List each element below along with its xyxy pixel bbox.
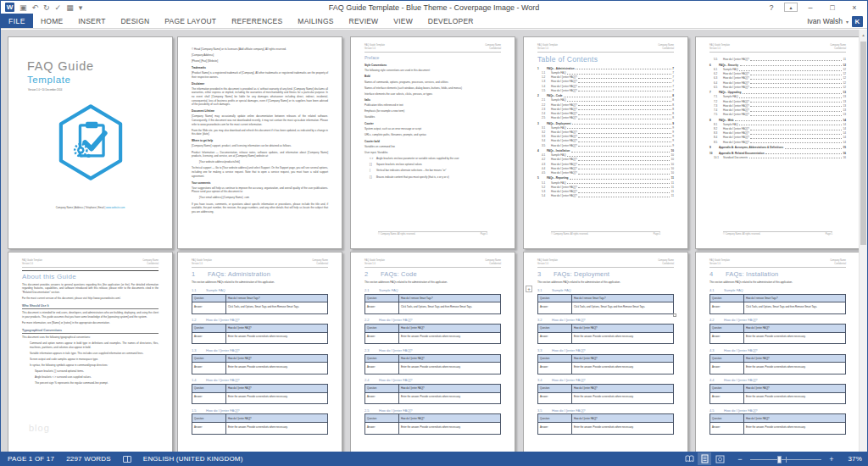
ribbon-tab[interactable]: INSERT — [70, 14, 113, 28]
question-answer-table[interactable]: Question How do I [enter FAQ]? Answer En… — [192, 324, 328, 344]
cover-website-link[interactable]: www.website.com — [106, 206, 125, 209]
toc-entry[interactable]: 1.3How do I [enter FAQ]?7 — [537, 80, 674, 83]
minimize-button[interactable]: – — [801, 2, 820, 13]
print-layout-icon[interactable] — [698, 452, 711, 465]
ribbon-display-options-button[interactable]: ▴ — [784, 3, 798, 12]
table-resize-handle[interactable] — [673, 313, 676, 317]
toc-entry[interactable]: 8FAQs - Web14 — [709, 119, 846, 122]
question-answer-table[interactable]: Question How do I [enter FAQ]? Answer En… — [537, 324, 674, 344]
question-answer-table[interactable]: Question How do I [enter FAQ]? Answer En… — [192, 354, 328, 374]
zoom-slider[interactable] — [750, 455, 821, 463]
toc-entry[interactable]: 7.5How do I [enter FAQ]?13 — [709, 114, 846, 116]
question-answer-table[interactable]: Question How do I [enter FAQ]? Answer En… — [192, 413, 328, 434]
toc-entry[interactable]: 2.2How do I [enter FAQ]?8 — [537, 104, 674, 107]
question-answer-table[interactable]: Question How do I remove Smart Tags? Ans… — [192, 294, 328, 314]
toc-entry[interactable]: 7.2How do I [enter FAQ]?13 — [709, 101, 846, 103]
question-answer-table[interactable]: Question How do I [enter FAQ]? Answer En… — [364, 384, 501, 404]
undo-icon[interactable]: ↶ — [32, 3, 39, 12]
toc-entry[interactable]: 8.5How do I [enter FAQ]?14 — [709, 141, 846, 144]
page-legal[interactable]: © Head [Company Name] or its licensors [… — [177, 36, 342, 249]
toc-entry[interactable]: 10Appendix B: Related Documentation16 — [709, 153, 846, 155]
page-toc-2[interactable]: FAQ Guide TemplateVersion 1.0 Company Na… — [695, 36, 860, 249]
question-answer-table[interactable]: Question How do I [enter FAQ]? Answer En… — [537, 384, 674, 404]
toc-entry[interactable]: 3.3How do I [enter FAQ]?9 — [537, 136, 674, 138]
question-answer-table[interactable]: Question How do I [enter FAQ]? Answer En… — [537, 413, 674, 434]
question-answer-table[interactable]: Question How do I remove Smart Tags? Ans… — [537, 294, 674, 314]
toc-entry[interactable]: 6.3How do I [enter FAQ]?12 — [709, 77, 846, 80]
ribbon-tab[interactable]: HOME — [33, 14, 70, 28]
zoom-in-button[interactable]: + — [828, 455, 835, 463]
toc-entry[interactable]: 3.4How do I [enter FAQ]?9 — [537, 140, 674, 142]
zoom-slider-thumb[interactable] — [777, 456, 782, 463]
toc-entry[interactable]: 5.4How do I [enter FAQ]?11 — [537, 195, 674, 197]
word-logo-icon[interactable]: W — [5, 3, 14, 12]
toc-entry[interactable]: 7.4How do I [enter FAQ]?13 — [709, 109, 846, 112]
toc-entry[interactable]: 1.5How do I [enter FAQ]?7 — [537, 90, 674, 92]
toc-entry[interactable]: 2.1Sample FAQ8 — [537, 99, 674, 102]
redo-icon[interactable]: ↻ — [43, 3, 50, 12]
zoom-level[interactable]: 37% — [842, 455, 862, 463]
qat-dropdown-icon[interactable]: ▾ — [79, 3, 83, 12]
toc-entry[interactable]: 6.5How do I [enter FAQ]?12 — [709, 86, 846, 89]
scrollbar-thumb[interactable] — [860, 42, 866, 245]
table-move-handle-icon[interactable]: + — [526, 286, 532, 292]
read-mode-icon[interactable] — [682, 452, 696, 465]
page-indicator[interactable]: PAGE 1 OF 17 — [8, 455, 54, 463]
toc-entry[interactable]: 8.4How do I [enter FAQ]?14 — [709, 136, 846, 139]
toc-entry[interactable]: 5FAQs - Reporting11 — [537, 177, 674, 180]
toc-entry[interactable]: 5.1Sample FAQ11 — [537, 182, 674, 185]
toc-entry[interactable]: 3.5How do I [enter FAQ]?9 — [537, 145, 674, 147]
question-answer-table[interactable]: Question How do I [enter FAQ]? Answer En… — [364, 413, 501, 434]
toc-entry[interactable]: 4.3How do I [enter FAQ]?10 — [537, 164, 674, 166]
table-draw-icon[interactable]: ▦ — [66, 3, 74, 12]
document-canvas[interactable]: FAQ Guide Template Version 1.0 • 10 Dece… — [1, 30, 867, 452]
toc-entry[interactable]: 2.3How do I [enter FAQ]?8 — [537, 108, 674, 111]
question-answer-table[interactable]: Question How do I [enter FAQ]? Answer En… — [709, 413, 846, 434]
page-faq-section[interactable]: FAQ Guide TemplateVersion 1.0 Company Na… — [350, 252, 515, 452]
page-toc-1[interactable]: FAQ Guide TemplateVersion 1.0 Company Na… — [523, 36, 688, 249]
toc-entry[interactable]: 7FAQs - Upgrading13 — [709, 92, 846, 94]
toc-entry[interactable]: 1.4How do I [enter FAQ]?7 — [537, 86, 674, 88]
page-faq-section[interactable]: FAQ Guide TemplateVersion 1.0 Company Na… — [523, 252, 688, 452]
toc-entry[interactable]: 5.2How do I [enter FAQ]?11 — [537, 186, 674, 189]
question-answer-table[interactable]: Question How do I [enter FAQ]? Answer En… — [709, 384, 846, 404]
scroll-up-arrow-icon[interactable]: ▴ — [860, 30, 867, 40]
web-layout-icon[interactable] — [713, 452, 726, 465]
ribbon-tab[interactable]: REVIEW — [342, 14, 387, 28]
toc-entry[interactable]: 9Appendix A: Acronyms, Abbreviations & D… — [709, 147, 846, 149]
question-answer-table[interactable]: Question How do I [enter FAQ]? Answer En… — [192, 384, 328, 404]
toc-entry[interactable]: 4FAQs - Installation10 — [537, 150, 674, 153]
ribbon-tab[interactable]: MAILINGS — [290, 14, 341, 28]
toc-entry[interactable]: 1.2How do I [enter FAQ]?7 — [537, 76, 674, 79]
ribbon-tab[interactable]: PAGE LAYOUT — [157, 14, 224, 28]
toc-entry[interactable]: 6.4How do I [enter FAQ]?12 — [709, 82, 846, 85]
account-area[interactable]: Ivan Walsh ▾ K — [807, 14, 863, 29]
close-button[interactable]: × — [845, 2, 864, 13]
language-indicator[interactable]: ENGLISH (UNITED KINGDOM) — [143, 455, 243, 463]
question-answer-table[interactable]: Question How do I remove Smart Tags? Ans… — [364, 294, 501, 314]
touch-mode-icon[interactable]: ✓ — [55, 3, 62, 12]
toc-entry[interactable]: 3.2How do I [enter FAQ]?9 — [537, 131, 674, 134]
page-about[interactable]: FAQ Guide TemplateVersion 1.0 Company Na… — [8, 252, 173, 452]
ribbon-tab[interactable]: DESIGN — [114, 14, 158, 28]
help-button[interactable]: ? — [762, 2, 781, 13]
toc-entry[interactable]: 4.5How do I [enter FAQ]?10 — [537, 172, 674, 175]
page-cover[interactable]: FAQ Guide Template Version 1.0 • 10 Dece… — [8, 36, 173, 249]
toc-entry[interactable]: 1.1Sample FAQ7 — [537, 72, 674, 75]
toc-entry[interactable]: 3FAQs - Deployment9 — [537, 123, 674, 125]
question-answer-table[interactable]: Question How do I [enter FAQ]? Answer En… — [364, 354, 501, 374]
toc-entry[interactable]: 2.4How do I [enter FAQ]?8 — [537, 113, 674, 115]
toc-entry[interactable]: 8.2How do I [enter FAQ]?14 — [709, 128, 846, 130]
toc-entry[interactable]: 8.3How do I [enter FAQ]?14 — [709, 132, 846, 135]
tab-file[interactable]: FILE — [1, 14, 33, 28]
avatar[interactable]: K — [852, 16, 863, 27]
question-answer-table[interactable]: Question How do I [enter FAQ]? Answer En… — [364, 324, 501, 344]
question-answer-table[interactable]: Question How do I [enter FAQ]? Answer En… — [709, 354, 846, 374]
ribbon-tab[interactable]: DEVELOPER — [420, 14, 481, 28]
question-answer-table[interactable]: Question How do I [enter FAQ]? Answer En… — [537, 354, 674, 374]
toc-entry[interactable]: 8.1Sample FAQ14 — [709, 124, 846, 126]
question-answer-table[interactable]: Question How do I [enter FAQ]? Answer En… — [709, 324, 846, 344]
toc-entry[interactable]: 4.4How do I [enter FAQ]?10 — [537, 168, 674, 170]
toc-entry[interactable]: 6.1Sample FAQ12 — [709, 69, 846, 71]
word-count[interactable]: 2297 WORDS — [66, 455, 111, 463]
